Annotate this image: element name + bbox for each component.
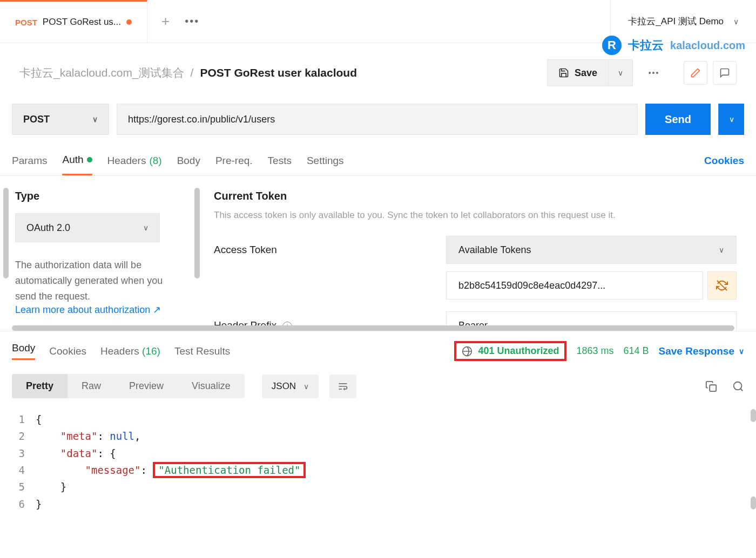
- resp-tab-headers[interactable]: Headers (16): [100, 345, 160, 357]
- auth-type-select[interactable]: OAuth 2.0 ∨: [15, 213, 160, 242]
- response-time: 1863 ms: [576, 345, 613, 357]
- save-button[interactable]: Save: [547, 59, 608, 86]
- chevron-down-icon: ∨: [92, 115, 98, 124]
- response-meta: 401 Unauthorized 1863 ms 614 B Save Resp…: [454, 341, 744, 361]
- code-line: "message": "Authentication failed": [36, 462, 306, 479]
- auth-type-label: Type: [15, 190, 179, 202]
- tab-body[interactable]: Body: [177, 146, 200, 175]
- view-preview[interactable]: Preview: [115, 374, 178, 398]
- view-pretty[interactable]: Pretty: [12, 374, 68, 398]
- save-label: Save: [575, 67, 597, 79]
- sync-off-icon: [716, 280, 728, 291]
- response-status: 401 Unauthorized: [478, 345, 559, 357]
- chevron-down-icon: ∨: [733, 17, 739, 26]
- method-select[interactable]: POST ∨: [12, 104, 109, 135]
- response-view-toolbar: Pretty Raw Preview Visualize JSON ∨: [0, 366, 756, 406]
- breadcrumb-collection[interactable]: 卡拉云_kalacloud.com_测试集合: [19, 65, 184, 80]
- wrap-icon: [337, 381, 349, 392]
- environment-name: 卡拉云_API 测试 Demo: [628, 15, 724, 28]
- view-visualize[interactable]: Visualize: [178, 374, 245, 398]
- divider-scrollbar[interactable]: [194, 188, 200, 278]
- globe-lock-icon: [462, 346, 473, 357]
- response-size: 614 B: [623, 345, 649, 357]
- status-dot-icon: [87, 157, 92, 162]
- auth-learn-more-link[interactable]: Learn more about authorization ↗: [15, 304, 179, 316]
- auth-type-value: OAuth 2.0: [26, 222, 70, 234]
- watermark: R 卡拉云 kalacloud.com: [602, 36, 745, 55]
- format-select[interactable]: JSON ∨: [262, 375, 319, 398]
- chevron-down-icon: ∨: [143, 223, 148, 232]
- code-line: }: [36, 479, 66, 495]
- chevron-down-icon: ∨: [739, 347, 744, 356]
- tab-prereq[interactable]: Pre-req.: [215, 146, 253, 175]
- tab-method-badge: POST: [15, 18, 37, 27]
- token-input[interactable]: b2b8c54159d09c8e4eac0d4297...: [446, 271, 703, 300]
- access-token-label: Access Token: [214, 244, 446, 256]
- format-value: JSON: [272, 381, 296, 392]
- response-right-actions: [705, 380, 744, 392]
- save-icon: [558, 67, 569, 78]
- comments-button[interactable]: [713, 61, 737, 85]
- response-body[interactable]: 1{ 2 "meta": null, 3 "data": { 4 "messag…: [0, 406, 756, 518]
- token-value: b2b8c54159d09c8e4eac0d4297...: [458, 280, 605, 291]
- tab-headers[interactable]: Headers (8): [107, 146, 162, 175]
- available-tokens-select[interactable]: Available Tokens ∨: [446, 236, 737, 264]
- copy-button[interactable]: [705, 380, 717, 392]
- cookies-link[interactable]: Cookies: [704, 155, 744, 167]
- send-dropdown[interactable]: ∨: [718, 104, 744, 135]
- chevron-down-icon: ∨: [719, 246, 724, 254]
- tab-headers-label: Headers: [107, 155, 146, 167]
- logo-text-cn: 卡拉云: [628, 37, 664, 53]
- logo-text-en: kalacloud.com: [670, 39, 745, 52]
- svg-rect-4: [710, 385, 716, 391]
- resp-tab-body[interactable]: Body: [12, 342, 35, 360]
- tab-settings[interactable]: Settings: [307, 146, 344, 175]
- chevron-down-icon: ∨: [303, 382, 309, 391]
- new-tab-icon[interactable]: +: [161, 13, 170, 30]
- send-button[interactable]: Send: [645, 104, 711, 135]
- scrollbar[interactable]: [751, 496, 756, 509]
- search-icon: [732, 380, 744, 392]
- auth-panel: Type OAuth 2.0 ∨ The authorization data …: [0, 176, 756, 331]
- unsaved-dot-icon: [126, 19, 132, 25]
- wrap-lines-button[interactable]: [329, 375, 356, 398]
- comment-icon: [719, 67, 730, 78]
- resp-tab-cookies[interactable]: Cookies: [49, 345, 86, 357]
- code-line: }: [36, 496, 42, 513]
- copy-icon: [705, 380, 717, 392]
- current-token-heading: Current Token: [214, 190, 737, 202]
- view-raw[interactable]: Raw: [68, 374, 115, 398]
- tab-title: POST GoRest us...: [43, 17, 121, 28]
- url-input[interactable]: https://gorest.co.in/public/v1/users: [117, 104, 638, 135]
- url-value: https://gorest.co.in/public/v1/users: [128, 114, 275, 125]
- tab-params[interactable]: Params: [12, 146, 47, 175]
- save-dropdown[interactable]: ∨: [608, 59, 633, 86]
- url-bar: POST ∨ https://gorest.co.in/public/v1/us…: [0, 97, 756, 146]
- more-actions[interactable]: •••: [637, 59, 671, 86]
- tab-overflow-icon[interactable]: •••: [185, 15, 199, 28]
- logo-icon: R: [602, 36, 622, 55]
- resp-tab-test-results[interactable]: Test Results: [174, 345, 230, 357]
- auth-left-column: Type OAuth 2.0 ∨ The authorization data …: [0, 176, 194, 331]
- save-response-button[interactable]: Save Response ∨: [659, 345, 744, 357]
- sync-token-button[interactable]: [707, 271, 737, 300]
- tab-auth-label: Auth: [62, 154, 83, 166]
- available-tokens-label: Available Tokens: [458, 244, 531, 256]
- token-hint: This access token is only available to y…: [214, 210, 737, 221]
- request-tabs: Params Auth Headers (8) Body Pre-req. Te…: [0, 146, 756, 176]
- scrollbar[interactable]: [751, 409, 756, 422]
- request-tab[interactable]: POST POST GoRest us...: [0, 0, 147, 43]
- auth-description: The authorization data will be automatic…: [15, 257, 179, 304]
- chevron-down-icon: ∨: [618, 69, 623, 77]
- tab-actions: + •••: [147, 0, 213, 43]
- docs-button[interactable]: [684, 61, 707, 85]
- chevron-down-icon: ∨: [729, 115, 734, 124]
- tab-tests[interactable]: Tests: [268, 146, 292, 175]
- status-highlight: 401 Unauthorized: [454, 341, 566, 361]
- tab-auth[interactable]: Auth: [62, 146, 92, 175]
- search-button[interactable]: [732, 380, 744, 392]
- auth-right-column: Current Token This access token is only …: [194, 176, 756, 331]
- horizontal-scrollbar[interactable]: [12, 325, 734, 331]
- code-line: {: [36, 411, 42, 428]
- resp-headers-count: (16): [142, 345, 160, 357]
